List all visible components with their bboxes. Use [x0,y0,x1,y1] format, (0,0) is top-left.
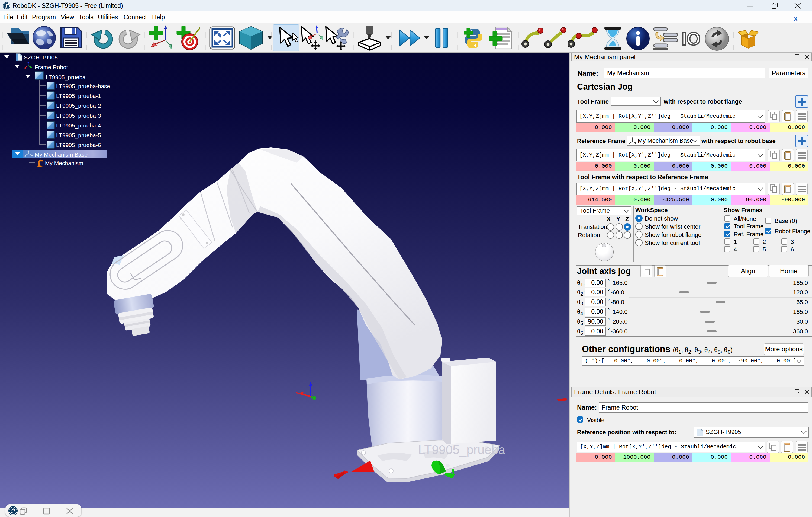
svg-text:LT9905_prueba: LT9905_prueba [418,443,505,457]
svg-text:IO: IO [682,29,701,48]
